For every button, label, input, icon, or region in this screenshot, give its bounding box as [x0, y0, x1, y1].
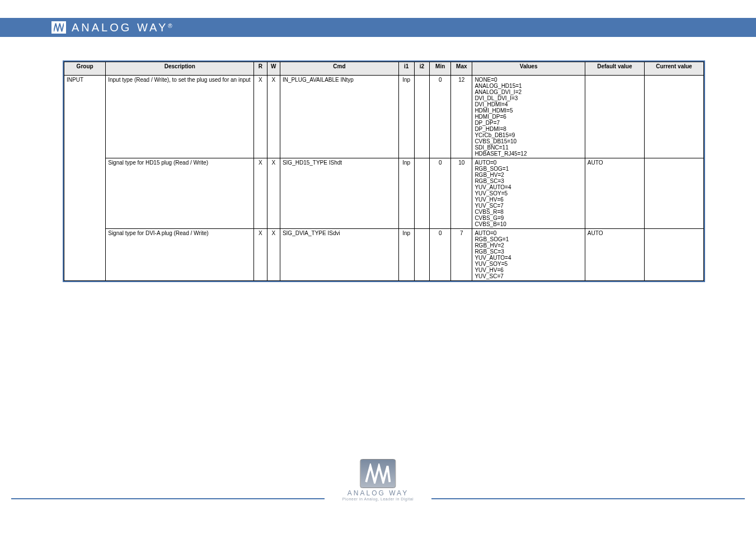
th-r: R [254, 62, 267, 76]
footer-rule-left [11, 498, 325, 499]
cell: 0 [430, 229, 451, 281]
footer-brand: ANALOG WAY [342, 489, 414, 497]
th-values: Values [472, 62, 585, 76]
header-logo-group: ANALOG WAY® [51, 21, 172, 34]
cell: NONE=0 ANALOG_HD15=1 ANALOG_DVI_I=2 DVI_… [472, 76, 585, 158]
cell: AUTO [585, 158, 644, 229]
table-header-row: Group Description R W Cmd i1 i2 Min Max … [64, 62, 704, 76]
cell: Input type (Read / Write), to set the pl… [106, 76, 254, 158]
cell: 7 [451, 229, 472, 281]
table-row: Signal type for DVI-A plug (Read / Write… [64, 229, 704, 281]
th-group: Group [64, 62, 106, 76]
th-max: Max [451, 62, 472, 76]
th-min: Min [430, 62, 451, 76]
cell: INPUT [64, 76, 106, 281]
command-table: Group Description R W Cmd i1 i2 Min Max … [63, 60, 705, 282]
cell: X [267, 158, 280, 229]
footer-badge-icon [360, 459, 396, 488]
cell [414, 229, 430, 281]
cell: 0 [430, 76, 451, 158]
cell: 10 [451, 158, 472, 229]
table-row: INPUTInput type (Read / Write), to set t… [64, 76, 704, 158]
cell: X [254, 76, 267, 158]
cell: Inp [398, 76, 414, 158]
brand-name: ANALOG WAY® [72, 21, 172, 34]
cell: SIG_DVIA_TYPE ISdvi [280, 229, 398, 281]
cell: Signal type for DVI-A plug (Read / Write… [106, 229, 254, 281]
cell [414, 76, 430, 158]
footer-tagline: Pioneer in Analog, Leader in Digital [342, 497, 414, 501]
th-i1: i1 [398, 62, 414, 76]
footer-rule-right [431, 498, 745, 499]
th-w: W [267, 62, 280, 76]
cell [414, 158, 430, 229]
table-row: Signal type for HD15 plug (Read / Write)… [64, 158, 704, 229]
th-cmd: Cmd [280, 62, 398, 76]
cell: Inp [398, 158, 414, 229]
cell: 0 [430, 158, 451, 229]
cell: Signal type for HD15 plug (Read / Write) [106, 158, 254, 229]
footer-logo: ANALOG WAY Pioneer in Analog, Leader in … [342, 459, 414, 501]
cell: AUTO [585, 229, 644, 281]
th-description: Description [106, 62, 254, 76]
cell [644, 76, 703, 158]
header-bar: ANALOG WAY® Programmer's Guide [0, 18, 756, 37]
cell [644, 229, 703, 281]
cell: X [267, 229, 280, 281]
logo-icon [51, 21, 66, 34]
cell: 12 [451, 76, 472, 158]
cell [585, 76, 644, 158]
cell: AUTO=0 RGB_SOG=1 RGB_HV=2 RGB_SC=3 YUV_A… [472, 229, 585, 281]
cell: Inp [398, 229, 414, 281]
cell: SIG_HD15_TYPE IShdt [280, 158, 398, 229]
cell: X [267, 76, 280, 158]
cell: X [254, 158, 267, 229]
th-i2: i2 [414, 62, 430, 76]
cell: X [254, 229, 267, 281]
th-default: Default value [585, 62, 644, 76]
cell: AUTO=0 RGB_SOG=1 RGB_HV=2 RGB_SC=3 YUV_A… [472, 158, 585, 229]
cell: IN_PLUG_AVAILABLE INtyp [280, 76, 398, 158]
cell [644, 158, 703, 229]
th-current: Current value [644, 62, 703, 76]
page-title: Programmer's Guide [541, 35, 707, 54]
